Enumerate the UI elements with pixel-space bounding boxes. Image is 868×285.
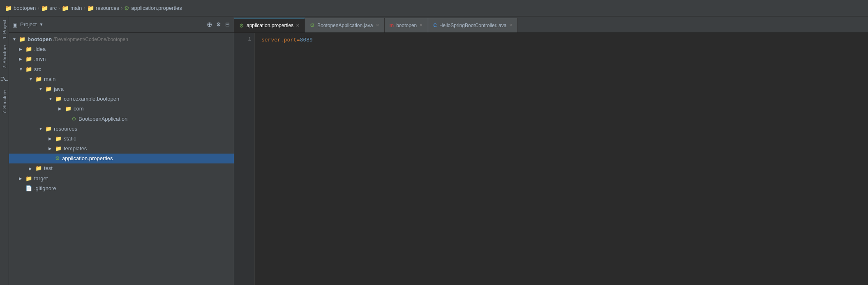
main-area: 1: Project 2: Structure ⌥ 7: Structure ▣… [0, 16, 868, 285]
sidebar-tab-structure[interactable]: 2: Structure [2, 45, 7, 69]
folder-templates-icon: 📁 [55, 145, 62, 152]
spring-tab-icon: ⚙ [239, 23, 244, 29]
expand-arrow[interactable]: ▼ [39, 126, 45, 132]
breadcrumb-label: src [50, 5, 57, 11]
tree-item-bootopenapplication[interactable]: ⚙ BootopenApplication [9, 114, 234, 124]
tree-item-static[interactable]: ▶ 📁 static [9, 134, 234, 144]
tree-item-label: com.example.bootopen [64, 95, 119, 103]
panel-title-label: Project [20, 21, 37, 28]
project-panel-header: ▣ Project ▼ ⊕ ⚙ ⊟ [9, 16, 234, 33]
folder-res-icon: 📁 [45, 125, 52, 133]
code-editor: 1 server.port=8089 [234, 33, 868, 285]
breadcrumb-sep: › [37, 5, 39, 11]
tree-item-mvn[interactable]: ▶ 📁 .mvn [9, 54, 234, 64]
tree-item-appprops[interactable]: ⚙ application.properties [9, 154, 234, 163]
expand-arrow[interactable]: ▶ [48, 146, 55, 152]
tree-item-java[interactable]: ▼ 📁 java [9, 84, 234, 94]
editor-tabs: ⚙ application.properties ✕ ⚙ BootopenApp… [234, 16, 868, 33]
folder-icon: 📁 [25, 46, 32, 53]
code-key: server.port [261, 36, 297, 45]
editor-area: ⚙ application.properties ✕ ⚙ BootopenApp… [234, 16, 868, 285]
folder-icon: 📁 [19, 36, 25, 43]
tree-item-label: test [44, 165, 53, 172]
tree-item-root[interactable]: ▼ 📁 bootopen /Development/CodeOne/bootop… [9, 34, 234, 44]
tree-item-target[interactable]: ▶ 📁 target [9, 174, 234, 184]
tree-item-templates[interactable]: ▶ 📁 templates [9, 144, 234, 154]
tree-item-src[interactable]: ▼ 📁 src [9, 64, 234, 74]
panel-controls: ⊕ ⚙ ⊟ [206, 20, 231, 29]
folder-icon: 📁 [25, 66, 32, 73]
sidebar-icon-git[interactable]: ⌥ [0, 75, 9, 84]
collapse-icon[interactable]: ⊟ [224, 21, 231, 28]
tree-item-label: BootopenApplication [78, 115, 127, 123]
tree-item-label: target [34, 175, 48, 182]
tree-item-resources[interactable]: ▼ 📁 resources [9, 124, 234, 134]
tree-item-label: bootopen /Development/CodeOne/bootopen [28, 36, 128, 43]
expand-arrow[interactable]: ▼ [39, 86, 45, 92]
tab-app-properties[interactable]: ⚙ application.properties ✕ [234, 18, 305, 32]
tab-bootopen-app[interactable]: ⚙ BootopenApplication.java ✕ [305, 18, 384, 32]
breadcrumb-sep: › [58, 5, 60, 11]
tree-item-label: static [64, 135, 76, 142]
folder-package-icon: 📁 [55, 95, 62, 103]
settings-icon[interactable]: ⚙ [215, 21, 222, 28]
tree-item-main[interactable]: ▼ 📁 main [9, 74, 234, 84]
tree-item-idea[interactable]: ▶ 📁 .idea [9, 44, 234, 54]
file-tree: ▼ 📁 bootopen /Development/CodeOne/bootop… [9, 33, 234, 285]
line-numbers: 1 [234, 33, 255, 285]
breadcrumb-label: application.properties [131, 5, 182, 11]
expand-arrow[interactable]: ▶ [19, 176, 25, 182]
tree-item-com-example[interactable]: ▼ 📁 com.example.bootopen [9, 94, 234, 104]
tab-label: application.properties [247, 23, 293, 28]
tree-item-gitignore[interactable]: 📄 .gitignore [9, 184, 234, 193]
folder-res-icon: 📁 [87, 5, 94, 11]
tree-item-com[interactable]: ▶ 📁 com [9, 104, 234, 114]
tree-item-label: main [44, 76, 55, 83]
code-content[interactable]: server.port=8089 [255, 33, 868, 285]
tab-close-btn[interactable]: ✕ [419, 23, 423, 28]
tab-bootopen[interactable]: m bootopen ✕ [385, 18, 429, 32]
breadcrumb-label: bootopen [14, 5, 36, 11]
folder-icon: 📁 [5, 5, 12, 11]
breadcrumb-label: resources [96, 5, 119, 11]
tree-item-label: .gitignore [34, 185, 56, 192]
tab-close-btn[interactable]: ✕ [376, 23, 379, 28]
code-line-1: server.port=8089 [261, 36, 861, 45]
expand-arrow[interactable]: ▶ [58, 106, 65, 112]
expand-arrow[interactable]: ▼ [12, 37, 19, 42]
line-number-1: 1 [234, 36, 251, 42]
breadcrumb-item-src[interactable]: 📁 src [41, 5, 57, 11]
breadcrumb-item-resources[interactable]: 📁 resources [87, 5, 119, 11]
sidebar-tab-project[interactable]: 1: Project [2, 20, 7, 39]
project-panel: ▣ Project ▼ ⊕ ⚙ ⊟ ▼ 📁 bootopen /Developm… [9, 16, 234, 285]
expand-arrow[interactable]: ▼ [48, 96, 55, 102]
panel-title-icon: ▣ [12, 21, 18, 28]
tree-item-label: application.properties [62, 155, 113, 162]
breadcrumb-item-bootopen[interactable]: 📁 bootopen [5, 5, 36, 11]
expand-arrow[interactable]: ▶ [19, 56, 25, 62]
tab-close-btn[interactable]: ✕ [296, 23, 300, 28]
expand-arrow[interactable]: ▼ [29, 76, 35, 82]
tab-close-btn[interactable]: ✕ [509, 23, 512, 28]
breadcrumb-bar: 📁 bootopen › 📁 src › 📁 main › 📁 resource… [0, 0, 868, 16]
breadcrumb-sep: › [121, 5, 122, 11]
breadcrumb-item-main[interactable]: 📁 main [62, 5, 82, 11]
folder-icon: 📁 [25, 55, 32, 63]
expand-arrow[interactable]: ▶ [48, 136, 55, 142]
locate-icon[interactable]: ⊕ [206, 20, 213, 29]
expand-arrow[interactable]: ▶ [29, 166, 35, 172]
tab-hello-controller[interactable]: C HelloSpringBootController.java ✕ [428, 18, 518, 32]
spring-class-icon: ⚙ [72, 115, 76, 123]
panel-dropdown-arrow[interactable]: ▼ [39, 22, 43, 27]
expand-arrow[interactable]: ▼ [19, 67, 25, 72]
folder-java-icon: 📁 [45, 85, 52, 93]
tree-item-test[interactable]: ▶ 📁 test [9, 163, 234, 173]
expand-arrow[interactable]: ▶ [19, 46, 25, 52]
tree-item-label: .idea [34, 46, 46, 53]
sidebar-tab-7[interactable]: 7: Structure [2, 90, 7, 114]
folder-com-icon: 📁 [65, 105, 72, 113]
breadcrumb-label: main [70, 5, 82, 11]
breadcrumb-item-appprops[interactable]: ⚙ application.properties [124, 5, 182, 11]
tree-item-label: src [34, 66, 41, 73]
folder-icon: 📁 [35, 76, 42, 83]
